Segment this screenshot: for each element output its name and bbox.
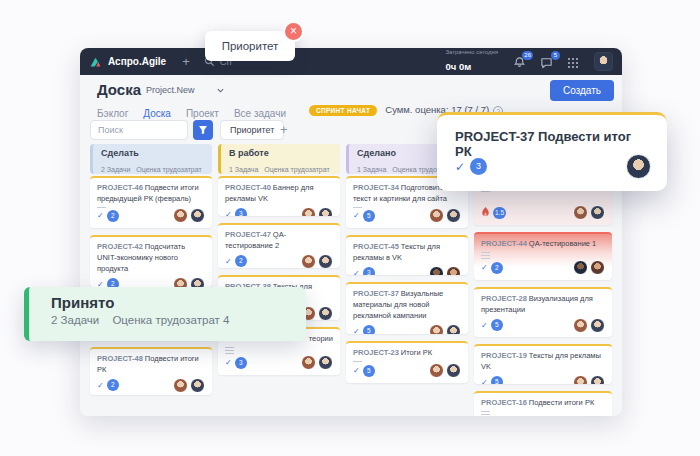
- priority-filter-chip[interactable]: Приоритет: [220, 120, 284, 140]
- create-button[interactable]: Создать: [550, 80, 614, 101]
- task-title: PROJECT-42Подсчитать UNIT-экономику ново…: [97, 242, 205, 275]
- task-code: PROJECT-28: [481, 294, 527, 303]
- avatar: [446, 324, 461, 334]
- avatar: [301, 207, 316, 216]
- task-card[interactable]: PROJECT-45Тексты для рекламы в VK✓3: [346, 235, 468, 275]
- priority-tooltip: Приоритет ×: [205, 31, 295, 61]
- task-card-footer: ✓2: [97, 277, 205, 287]
- search-input[interactable]: [90, 120, 188, 140]
- board-title-row: Доска Project.New Создать: [80, 75, 622, 103]
- column-name: В работе: [229, 148, 332, 158]
- task-card-footer: ✓2: [481, 260, 605, 275]
- card-popup-footer: ✓ 3: [455, 154, 651, 179]
- filter-button[interactable]: [193, 120, 213, 140]
- task-card-footer: ✓5: [353, 363, 461, 378]
- avatar: [173, 208, 188, 223]
- check-icon: ✓: [97, 280, 104, 287]
- avatar: [446, 266, 461, 275]
- card-popup[interactable]: PROJECT-37 Подвести итог РК ✓ 3: [437, 112, 667, 191]
- task-card[interactable]: PROJECT-48Подвести итоги РК✓2: [90, 347, 212, 395]
- task-code: PROJECT-19: [481, 351, 527, 360]
- assignee-avatars: [573, 375, 605, 384]
- funnel-icon: [198, 125, 208, 135]
- avatar: [573, 318, 588, 333]
- avatar: [573, 375, 588, 384]
- notifications-button[interactable]: 26: [513, 55, 527, 69]
- app-window: Аспро.Agile + Сп Затрачено сегодня 0ч 0м…: [80, 48, 622, 416]
- task-title: PROJECT-48Подвести итоги РК: [97, 354, 205, 376]
- messages-button[interactable]: 5: [540, 55, 554, 69]
- column-task-count: 1 Задача: [229, 166, 258, 173]
- task-code: PROJECT-16: [481, 398, 527, 407]
- task-code: PROJECT-48: [97, 354, 143, 363]
- avatar: [190, 208, 205, 223]
- task-card-footer: ✓3: [225, 207, 333, 216]
- task-card[interactable]: PROJECT-47QA-тестирование 2✓2: [218, 223, 340, 268]
- check-icon: ✓: [455, 160, 465, 174]
- check-icon: ✓: [481, 321, 488, 330]
- task-card-footer: ✓5: [353, 208, 461, 223]
- task-title: PROJECT-44QA-тестирование 1: [481, 239, 605, 250]
- page-title: Доска: [97, 81, 141, 98]
- close-icon[interactable]: ×: [283, 21, 304, 42]
- task-card[interactable]: PROJECT-16Подвести итоги РК: [474, 391, 612, 416]
- task-code: PROJECT-45: [353, 242, 399, 251]
- task-card-footer: ✓2: [97, 208, 205, 223]
- estimate-badge: 2: [107, 379, 119, 391]
- add-icon[interactable]: +: [182, 55, 190, 68]
- avatar: [173, 277, 188, 287]
- task-code: PROJECT-23: [353, 348, 399, 357]
- avatar: [429, 363, 444, 378]
- estimate-badge: 5: [363, 365, 375, 377]
- avatar: [590, 260, 605, 275]
- avatar: [429, 324, 444, 334]
- user-avatar[interactable]: [594, 52, 613, 71]
- time-tracker: Затрачено сегодня 0ч 0м: [445, 49, 498, 73]
- avatar: [429, 208, 444, 223]
- add-filter-button[interactable]: +: [280, 122, 288, 137]
- column-popup-count: 2 Задачи: [51, 314, 99, 326]
- desktop-background: Аспро.Agile + Сп Затрачено сегодня 0ч 0м…: [0, 0, 700, 456]
- task-card[interactable]: PROJECT-44QA-тестирование 1✓2: [474, 232, 612, 280]
- task-title: PROJECT-37Визуальные материалы для новой…: [353, 289, 461, 322]
- check-icon: ✓: [225, 257, 232, 266]
- avatar: [446, 363, 461, 378]
- check-icon: ✓: [353, 211, 360, 220]
- assignee-avatars: [573, 260, 605, 275]
- board-column: Сделать2 ЗадачиОценка трудозатрат 4PROJE…: [90, 144, 212, 174]
- assignee-avatars: [173, 277, 205, 287]
- estimate-badge: 3: [235, 357, 247, 369]
- column-task-count: 2 Задачи: [101, 166, 130, 173]
- grid-icon: [567, 57, 579, 69]
- task-card-footer: ✓5: [481, 375, 605, 384]
- avatar: [318, 306, 333, 320]
- task-card[interactable]: PROJECT-40Баннер для рекламы VK✓3: [218, 176, 340, 216]
- estimate-badge: 3: [470, 158, 487, 175]
- estimate-badge: 2: [235, 255, 247, 267]
- task-card-footer: ✓5: [481, 318, 605, 333]
- estimate-badge: 3: [235, 208, 247, 216]
- avatar: [301, 355, 316, 370]
- task-card[interactable]: PROJECT-46Подвести итоги предыдущей РК (…: [90, 176, 212, 228]
- estimate-badge: 2: [107, 278, 119, 287]
- estimate-badge: 5: [363, 210, 375, 222]
- apps-menu-button[interactable]: [567, 55, 581, 69]
- column-popup-meta: 2 Задачи Оценка трудозатрат 4: [51, 314, 306, 326]
- estimate-badge: 5: [491, 376, 503, 384]
- avatar: [429, 266, 444, 275]
- task-code: PROJECT-40: [225, 183, 271, 192]
- avatar: [590, 205, 605, 220]
- task-card[interactable]: PROJECT-23Итоги РК✓5: [346, 341, 468, 383]
- avatar: [590, 318, 605, 333]
- avatar: [446, 208, 461, 223]
- task-card[interactable]: PROJECT-37Визуальные материалы для новой…: [346, 282, 468, 334]
- avatar: [573, 260, 588, 275]
- column-popup-title: Принято: [51, 294, 306, 311]
- task-card[interactable]: PROJECT-42Подсчитать UNIT-экономику ново…: [90, 235, 212, 287]
- board-select-dropdown[interactable]: Project.New: [146, 85, 224, 95]
- column-task-count: 1 Задача: [357, 166, 386, 173]
- task-card[interactable]: PROJECT-19Тексты для рекламы VK✓5: [474, 344, 612, 384]
- task-card-footer: ✓2: [225, 254, 333, 268]
- task-card[interactable]: PROJECT-28Визуализация для презентации✓5: [474, 287, 612, 337]
- avatar: [173, 378, 188, 393]
